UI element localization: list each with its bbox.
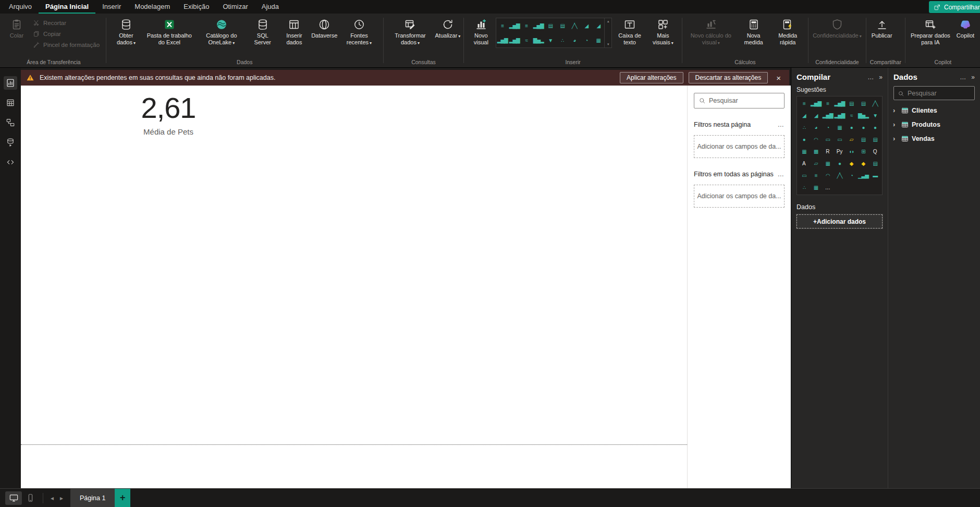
button-slicer-icon[interactable]: ▤: [869, 134, 881, 146]
waterfall-chart-icon[interactable]: ▇▅▂: [858, 110, 869, 122]
confidencialidade-button[interactable]: Confidencialidade▾: [812, 15, 863, 40]
catalogo-do-onelake-button[interactable]: Catálogo do OneLake▾: [196, 15, 247, 47]
menu-item-pagina-inicial[interactable]: Página Inicial: [39, 0, 95, 14]
stacked-column-chart-icon[interactable]: ▂▅▇: [810, 98, 822, 110]
text-slicer-icon[interactable]: ▤: [869, 158, 881, 170]
100-stacked-column-chart-icon[interactable]: ▤: [556, 18, 568, 33]
table-icon[interactable]: ▦: [798, 146, 810, 158]
novo-visual-button[interactable]: Novo visual: [467, 15, 495, 47]
data-pane-more-icon[interactable]: …: [960, 74, 966, 81]
100-stacked-bar-chart-icon[interactable]: ▤: [846, 98, 858, 110]
pie-chart-icon[interactable]: ◕: [568, 33, 580, 47]
decomposition-tree-icon[interactable]: ⊞: [858, 146, 869, 158]
power-automate-icon[interactable]: ◆: [858, 158, 869, 170]
table-item-vendas[interactable]: ›Vendas: [888, 131, 980, 146]
sunburst-icon[interactable]: ◔: [846, 170, 858, 182]
bullet-chart-icon[interactable]: ▬: [869, 170, 881, 182]
arcgis-map-icon[interactable]: ●: [834, 158, 846, 170]
clustered-column-chart-icon[interactable]: ▂▅▇: [834, 98, 846, 110]
matrix-icon[interactable]: ▩: [810, 146, 822, 158]
card-visual[interactable]: 2,61 Média de Pets: [119, 92, 218, 136]
funnel-chart-icon[interactable]: ▼: [544, 33, 556, 47]
report-view-button[interactable]: [4, 76, 17, 90]
sql-server-button[interactable]: SQL Server: [248, 15, 277, 47]
clustered-bar-chart-icon[interactable]: ≡: [520, 18, 532, 33]
area-chart-icon[interactable]: ◢: [580, 18, 592, 33]
map-icon[interactable]: ●: [846, 122, 858, 134]
100-stacked-bar-chart-icon[interactable]: ▤: [544, 18, 556, 33]
pie-chart-icon[interactable]: ◕: [810, 122, 822, 134]
gallery-scroll-down-icon[interactable]: ▾: [607, 42, 609, 46]
line-and-clustered-column-chart-icon[interactable]: ▂▅▇: [834, 110, 846, 122]
new-card-icon[interactable]: ▭: [798, 170, 810, 182]
paste-button[interactable]: Colar: [5, 15, 29, 40]
sparkline-icon[interactable]: ╱╲: [834, 170, 846, 182]
new-page-button[interactable]: +: [115, 489, 130, 507]
transformar-dados-button[interactable]: Transformar dados▾: [387, 15, 434, 47]
filter-dropzone[interactable]: Adicionar os campos de da...: [694, 135, 785, 158]
slicer-icon[interactable]: ▤: [858, 134, 869, 146]
previous-page-arrow[interactable]: ◂: [47, 494, 57, 502]
ribbon-chart-icon[interactable]: ≈: [520, 33, 532, 47]
build-pane-collapse-icon[interactable]: »: [879, 74, 883, 81]
medida-rapida-button[interactable]: Medida rápida: [770, 15, 805, 47]
filters-search-input[interactable]: [709, 97, 780, 104]
azure-map-icon[interactable]: ●: [798, 134, 810, 146]
key-influencers-icon[interactable]: ◖◗: [846, 146, 858, 158]
tmdl-view-button[interactable]: [4, 155, 17, 169]
atualizar-button[interactable]: Atualizar▾: [435, 15, 460, 40]
smart-narrative-icon[interactable]: A: [798, 158, 810, 170]
discard-changes-button[interactable]: Descartar as alterações: [689, 72, 768, 83]
stacked-bar-chart-icon[interactable]: ≡: [798, 98, 810, 110]
menu-item-ajuda[interactable]: Ajuda: [255, 0, 286, 14]
treemap-icon[interactable]: ▦: [592, 33, 604, 47]
waterfall-chart-icon[interactable]: ▇▅▂: [532, 33, 544, 47]
apply-changes-button[interactable]: Aplicar alterações: [620, 72, 683, 83]
ribbon-chart-icon[interactable]: ≈: [846, 110, 858, 122]
line-and-clustered-column-chart-icon[interactable]: ▂▅▇: [508, 33, 520, 47]
treemap-icon[interactable]: ▦: [834, 122, 846, 134]
menu-item-exibicao[interactable]: Exibição: [177, 0, 216, 14]
report-canvas[interactable]: 2,61 Média de Pets: [21, 86, 687, 488]
table-view-button[interactable]: [4, 96, 17, 110]
build-pane-more-icon[interactable]: …: [867, 74, 874, 81]
line-chart-icon[interactable]: ╱╲: [869, 98, 881, 110]
menu-item-modelagem[interactable]: Modelagem: [128, 0, 177, 14]
stacked-column-chart-icon[interactable]: ▂▅▇: [508, 18, 520, 33]
obter-dados-button[interactable]: Obter dados▾: [109, 15, 143, 47]
banner-close-icon[interactable]: ×: [773, 74, 784, 82]
preparar-dados-para-ia-button[interactable]: Preparar dados para IA: [909, 15, 952, 47]
more-visual-types-icon[interactable]: …: [822, 182, 834, 194]
heatmap-icon[interactable]: ▦: [810, 182, 822, 194]
dax-query-view-button[interactable]: [4, 136, 17, 149]
data-search-input[interactable]: [908, 90, 971, 97]
area-chart-icon[interactable]: ◢: [798, 110, 810, 122]
qa-visual-icon[interactable]: Q: [869, 146, 881, 158]
filter-section-more-icon[interactable]: …: [778, 121, 785, 128]
funnel-chart-icon[interactable]: ▼: [869, 110, 881, 122]
scatter-chart-icon[interactable]: ∴: [798, 122, 810, 134]
mobile-layout-button[interactable]: [22, 491, 39, 505]
donut-chart-icon[interactable]: ◔: [822, 122, 834, 134]
publicar-button[interactable]: Publicar: [869, 15, 895, 40]
novo-calculo-do-visual-button[interactable]: Novo cálculo do visual▾: [685, 15, 737, 47]
donut-chart-icon[interactable]: ◔: [580, 33, 592, 47]
mais-visuais-button[interactable]: Mais visuais▾: [647, 15, 679, 47]
dot-plot-icon[interactable]: ∴: [798, 182, 810, 194]
nova-medida-button[interactable]: Nova medida: [738, 15, 770, 47]
copiar-button[interactable]: Copiar: [30, 30, 103, 38]
scatter-chart-icon[interactable]: ∴: [556, 33, 568, 47]
model-view-button[interactable]: [4, 116, 17, 129]
r-script-visual-icon[interactable]: R: [822, 146, 834, 158]
fontes-recentes-button[interactable]: Fontes recentes▾: [338, 15, 379, 47]
histogram-icon[interactable]: ▁▃▅: [858, 170, 869, 182]
share-button[interactable]: Compartilhar: [929, 1, 980, 13]
filter-dropzone[interactable]: Adicionar os campos de da...: [694, 185, 785, 208]
paginated-report-icon[interactable]: ▦: [822, 158, 834, 170]
accordion-icon[interactable]: ≡: [810, 170, 822, 182]
table-item-clientes[interactable]: ›Clientes: [888, 103, 980, 117]
power-apps-icon[interactable]: ◆: [846, 158, 858, 170]
shape-map-icon[interactable]: ●: [869, 122, 881, 134]
gallery-scroll-up-icon[interactable]: ▴: [607, 19, 609, 23]
stacked-area-chart-icon[interactable]: ◢: [810, 110, 822, 122]
